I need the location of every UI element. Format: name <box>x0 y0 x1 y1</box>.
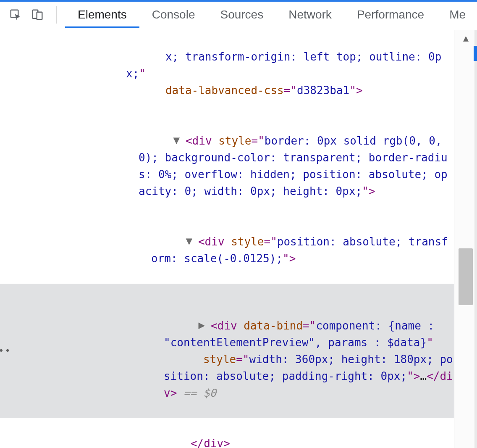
dom-line[interactable]: ▼<div style="border: 0px solid rgb(0, 0,… <box>0 116 454 216</box>
tab-network[interactable]: Network <box>276 2 344 28</box>
attr-name: data-labvanced-css <box>165 84 284 97</box>
attr-name: style <box>231 235 264 248</box>
attr-name: style <box>218 134 251 147</box>
overview-marker <box>474 46 477 61</box>
attr-value: d3823ba1 <box>297 84 349 97</box>
tab-elements[interactable]: Elements <box>65 2 139 28</box>
dom-tree[interactable]: x; transform-origin: left top; outline: … <box>0 30 454 448</box>
scroll-up-icon[interactable]: ▴ <box>463 32 469 45</box>
dom-line[interactable]: x; transform-origin: left top; outline: … <box>0 32 454 116</box>
tab-console[interactable]: Console <box>139 2 208 28</box>
gutter-more-icon[interactable]: ••• <box>3 343 11 359</box>
dom-line[interactable]: ▼<div style="position: absolute; transfo… <box>0 216 454 284</box>
selected-node-marker: == $0 <box>183 387 216 399</box>
tab-performance[interactable]: Performance <box>344 2 437 28</box>
tab-more-overflow[interactable]: Me <box>437 2 466 28</box>
disclosure-triangle-open[interactable]: ▼ <box>178 132 186 148</box>
panel-edge <box>474 30 477 448</box>
svg-rect-2 <box>37 12 42 20</box>
device-toolbar-icon[interactable] <box>31 8 44 21</box>
scrollbar-track[interactable]: ▴ <box>454 30 477 448</box>
dom-line-selected[interactable]: ••• ▶<div data-bind="component: {name : … <box>0 284 454 418</box>
tab-sources[interactable]: Sources <box>207 2 276 28</box>
scrollbar-thumb[interactable] <box>459 248 473 305</box>
disclosure-triangle-closed[interactable]: ▶ <box>203 316 211 333</box>
attr-name: data-bind <box>244 319 303 332</box>
devtools-tabs: Elements Console Sources Network Perform… <box>65 2 466 28</box>
toolbar-separator <box>56 6 57 24</box>
attr-name: style <box>203 353 236 366</box>
dom-line[interactable]: </div> <box>0 418 454 448</box>
attr-value: x; transform-origin: left top; outline: … <box>126 50 441 80</box>
disclosure-triangle-open[interactable]: ▼ <box>191 232 198 249</box>
devtools-toolbar: Elements Console Sources Network Perform… <box>0 2 477 28</box>
inspect-icon[interactable] <box>9 8 22 21</box>
